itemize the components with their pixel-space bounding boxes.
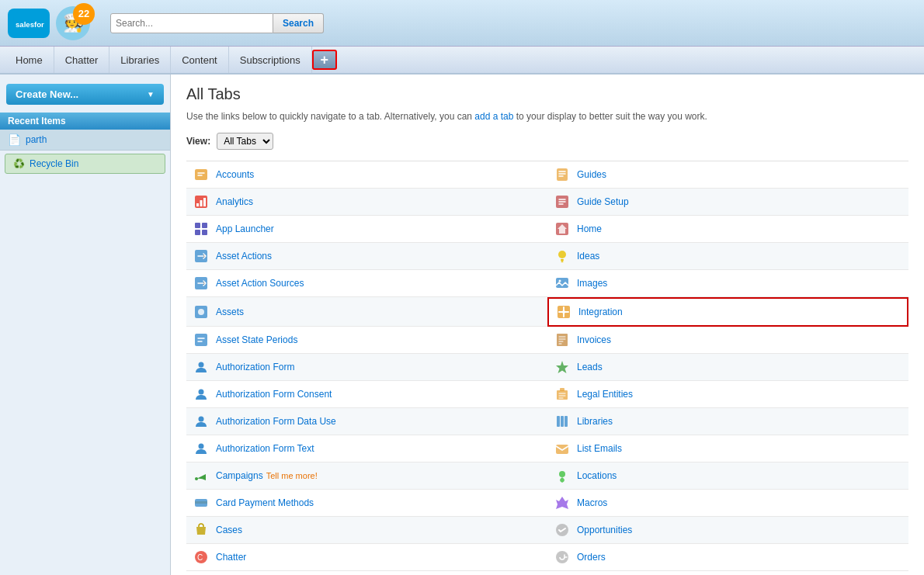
tab-item-left-13: Cases [186,517,547,544]
tab-link[interactable]: Guides [577,169,606,180]
tab-link[interactable]: Leads [577,362,603,372]
recent-item-parth[interactable]: 📄 parth [0,130,170,151]
tab-link[interactable]: Assets [216,307,244,317]
tab-link[interactable]: Authorization Form [216,362,294,372]
tab-link[interactable]: Analytics [216,196,253,207]
tab-item-right-9: Libraries [547,408,908,435]
svg-rect-26 [557,334,568,346]
svg-point-37 [195,477,198,480]
tab-link[interactable]: Locations [577,470,617,481]
tab-item-right-10: List Emails [547,435,908,462]
recent-item-link[interactable]: parth [26,134,47,145]
tab-link[interactable]: Orders [577,552,606,563]
year-badge: 22 [73,3,95,25]
tab-item-right-12: Macros [547,490,908,517]
tab-icon [193,521,210,539]
svg-rect-16 [561,259,564,261]
tab-link[interactable]: Ideas [577,251,599,262]
tab-link[interactable]: Accounts [216,169,254,180]
tab-icon [193,248,210,265]
tab-icon [555,303,572,320]
svg-point-22 [198,309,204,315]
nav-item-content[interactable]: Content [171,47,229,73]
search-area: Search [110,13,324,33]
add-tab-link[interactable]: add a tab [474,111,513,122]
tab-link[interactable]: Authorization Form Text [216,443,314,454]
salesforce-logo[interactable]: salesforce [8,9,50,38]
search-input[interactable] [110,13,273,33]
tab-item-right-2: Home [547,216,908,243]
tab-icon [554,193,571,210]
tab-link[interactable]: Home [577,223,602,234]
tab-item-right-8: Legal Entities [547,381,908,408]
tab-icon [554,359,571,376]
tab-link[interactable]: Asset State Periods [216,334,297,345]
svg-text:salesforce: salesforce [16,20,44,29]
search-button[interactable]: Search [273,13,324,33]
svg-point-28 [199,390,204,395]
add-tab-button[interactable]: + [312,50,337,70]
sidebar: Create New... ▼ Recent Items 📄 parth ♻️ … [0,74,171,575]
tab-link[interactable]: Macros [577,497,607,508]
tab-icon [554,275,571,292]
svg-rect-17 [561,262,564,263]
recycle-bin[interactable]: ♻️ Recycle Bin [5,154,165,174]
tab-icon [554,413,571,430]
svg-rect-6 [200,200,203,206]
create-new-button[interactable]: Create New... ▼ [6,84,164,105]
tab-link[interactable]: Guide Setup [577,196,629,207]
tab-item-right-14: Orders [547,544,908,571]
view-select[interactable]: All Tabs [217,133,273,150]
svg-point-27 [199,362,204,368]
tab-item-right-0: Guides [547,161,908,189]
tab-link[interactable]: Asset Actions [216,251,272,262]
tab-item-right-5: Integration [547,297,908,327]
tab-item-right-11: Locations [547,462,908,490]
tab-link[interactable]: Integration [578,307,623,317]
tab-item-right-1: Guide Setup [547,189,908,216]
tab-link[interactable]: Authorization Form Data Use [216,416,336,427]
tab-item-left-5: Assets [186,297,547,327]
tab-link[interactable]: Card Payment Methods [216,497,314,508]
nav-item-libraries[interactable]: Libraries [109,47,171,73]
tab-icon [193,166,210,183]
tab-link[interactable]: Opportunities [577,525,632,535]
tab-link[interactable]: Images [577,278,607,289]
tab-icon [554,386,571,403]
tab-link[interactable]: App Launcher [216,223,274,234]
tab-link[interactable]: Invoices [577,334,611,345]
tab-link[interactable]: List Emails [577,443,622,454]
tab-link[interactable]: Libraries [577,416,613,427]
nav-item-subscriptions[interactable]: Subscriptions [229,47,312,73]
nav-item-home[interactable]: Home [5,47,54,73]
recent-items-title: Recent Items [0,113,170,130]
tab-item-right-13: Opportunities [547,517,908,544]
recycle-bin-link[interactable]: Recycle Bin [30,158,78,169]
svg-rect-25 [195,334,207,346]
svg-rect-9 [195,223,200,228]
navbar: Home Chatter Libraries Content Subscript… [0,47,924,74]
nav-item-chatter[interactable]: Chatter [54,47,110,73]
svg-point-15 [558,251,566,258]
tab-icon [554,331,571,348]
tab-item-right-4: Images [547,270,908,297]
svg-rect-10 [202,223,207,228]
tab-link[interactable]: Chatter [216,552,246,563]
tab-link[interactable]: Cases [216,525,242,535]
tab-icon [193,193,210,210]
tab-icon [554,467,571,484]
tab-link[interactable]: Campaigns [216,470,263,481]
tab-item-left-7: Authorization Form [186,354,547,381]
tab-link[interactable]: Authorization Form Consent [216,389,332,400]
svg-text:C: C [197,553,203,562]
header: salesforce 🧑‍🍳 22 Search [0,0,924,47]
svg-point-24 [562,310,565,313]
svg-rect-12 [202,230,207,235]
recent-item-icon: 📄 [8,133,21,146]
tab-link[interactable]: Legal Entities [577,389,633,400]
tab-item-left-14: CChatter [186,544,547,571]
tab-link[interactable]: Asset Action Sources [216,278,304,289]
tab-icon [193,220,210,237]
recycle-bin-icon: ♻️ [13,158,25,169]
view-row: View: All Tabs [186,133,908,150]
